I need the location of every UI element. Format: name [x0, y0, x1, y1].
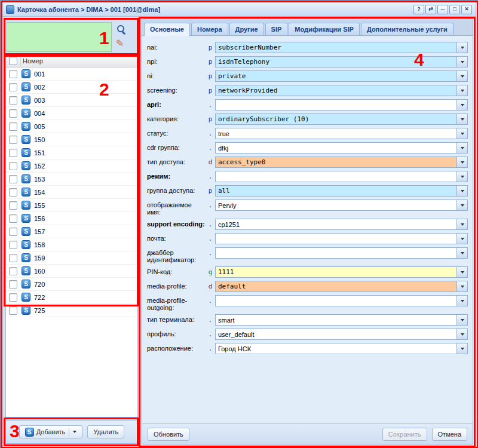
- row-checkbox[interactable]: [9, 267, 17, 275]
- number-row[interactable]: S153: [6, 173, 137, 186]
- dropdown-trigger-icon[interactable]: [456, 296, 467, 306]
- number-row[interactable]: S725: [6, 304, 137, 317]
- number-row[interactable]: S155: [6, 199, 137, 212]
- combobox-field[interactable]: 1111: [215, 266, 468, 278]
- combobox-field[interactable]: isdnTelephony: [215, 56, 468, 67]
- number-row[interactable]: S720: [6, 278, 137, 291]
- refresh-button[interactable]: Обновить: [148, 428, 189, 441]
- row-checkbox[interactable]: [9, 306, 17, 315]
- combobox-field[interactable]: [215, 171, 468, 182]
- combobox-field[interactable]: subscriberNumber: [215, 42, 468, 53]
- combobox-field[interactable]: default: [215, 281, 468, 292]
- number-row[interactable]: S158: [6, 238, 137, 251]
- combobox-field[interactable]: ordinarySubscriber (10): [215, 113, 468, 125]
- window-titlebar[interactable]: Карточка абонента > DIMA > 001 [001@dima…: [2, 2, 476, 17]
- number-row[interactable]: S005: [6, 120, 137, 133]
- number-row[interactable]: S152: [6, 159, 137, 173]
- number-row[interactable]: S154: [6, 186, 137, 199]
- dropdown-trigger-icon[interactable]: [456, 248, 467, 258]
- dropdown-trigger-icon[interactable]: [456, 343, 467, 354]
- dropdown-trigger-icon[interactable]: [456, 329, 467, 339]
- row-checkbox[interactable]: [9, 70, 17, 78]
- combobox-field[interactable]: cp1251: [215, 219, 468, 230]
- row-checkbox[interactable]: [9, 109, 17, 118]
- tab-sip-modifications[interactable]: Модификации SIP: [289, 23, 360, 35]
- number-row[interactable]: S150: [6, 133, 137, 146]
- combobox-field[interactable]: private: [215, 70, 468, 82]
- row-checkbox[interactable]: [9, 83, 17, 91]
- number-row[interactable]: S151: [6, 146, 137, 159]
- delete-button[interactable]: Удалить: [87, 425, 124, 438]
- combobox-field[interactable]: [215, 233, 468, 244]
- close-icon[interactable]: ✕: [461, 5, 472, 14]
- add-button[interactable]: S Добавить: [19, 425, 83, 438]
- edit-pencil-icon[interactable]: ✎: [116, 39, 124, 48]
- number-column-header[interactable]: Номер: [21, 57, 43, 65]
- combobox-field[interactable]: [215, 295, 468, 306]
- combobox-field[interactable]: smart: [215, 314, 468, 326]
- number-row[interactable]: S002: [6, 81, 137, 94]
- select-all-checkbox[interactable]: [9, 57, 17, 65]
- dropdown-arrow-icon[interactable]: [73, 431, 76, 433]
- combobox-field[interactable]: user_default: [215, 329, 468, 340]
- dropdown-trigger-icon[interactable]: [456, 100, 467, 110]
- dropdown-trigger-icon[interactable]: [456, 128, 467, 139]
- row-checkbox[interactable]: [9, 201, 17, 210]
- dropdown-trigger-icon[interactable]: [456, 71, 467, 81]
- help-icon[interactable]: ?: [413, 5, 424, 14]
- cancel-button[interactable]: Отмена: [432, 428, 467, 441]
- row-checkbox[interactable]: [9, 175, 17, 183]
- dropdown-trigger-icon[interactable]: [456, 281, 467, 291]
- dropdown-trigger-icon[interactable]: [456, 219, 467, 229]
- row-checkbox[interactable]: [9, 122, 17, 131]
- combobox-field[interactable]: Perviy: [215, 200, 468, 211]
- combobox-field[interactable]: dfkj: [215, 142, 468, 154]
- row-checkbox[interactable]: [9, 162, 17, 170]
- refresh-icon[interactable]: ⇄: [425, 5, 436, 14]
- row-checkbox[interactable]: [9, 96, 17, 105]
- tab-main[interactable]: Основные: [144, 23, 190, 36]
- minimize-icon[interactable]: ─: [437, 5, 448, 14]
- dropdown-trigger-icon[interactable]: [456, 85, 467, 96]
- row-checkbox[interactable]: [9, 280, 17, 289]
- dropdown-trigger-icon[interactable]: [456, 315, 467, 325]
- number-row[interactable]: S722: [6, 291, 137, 304]
- number-row[interactable]: S159: [6, 251, 137, 265]
- tab-numbers[interactable]: Номера: [191, 23, 228, 35]
- dropdown-trigger-icon[interactable]: [456, 234, 467, 244]
- dropdown-trigger-icon[interactable]: [456, 57, 467, 67]
- row-checkbox[interactable]: [9, 214, 17, 223]
- dropdown-trigger-icon[interactable]: [456, 157, 467, 167]
- tab-sip[interactable]: SIP: [265, 23, 288, 35]
- dropdown-trigger-icon[interactable]: [456, 200, 467, 210]
- row-checkbox[interactable]: [9, 188, 17, 197]
- row-checkbox[interactable]: [9, 293, 17, 302]
- number-row[interactable]: S001: [6, 67, 137, 81]
- row-checkbox[interactable]: [9, 228, 17, 236]
- dropdown-trigger-icon[interactable]: [456, 114, 467, 124]
- row-checkbox[interactable]: [9, 241, 17, 249]
- dropdown-trigger-icon[interactable]: [456, 267, 467, 277]
- combobox-field[interactable]: [215, 247, 468, 259]
- combobox-field[interactable]: [215, 99, 468, 111]
- combobox-field[interactable]: networkProvided: [215, 85, 468, 96]
- number-row[interactable]: S157: [6, 225, 137, 238]
- row-checkbox[interactable]: [9, 149, 17, 157]
- save-button[interactable]: Сохранить: [382, 428, 427, 441]
- tab-other[interactable]: Другие: [229, 23, 264, 35]
- dropdown-trigger-icon[interactable]: [456, 42, 467, 53]
- number-row[interactable]: S160: [6, 265, 137, 278]
- dropdown-trigger-icon[interactable]: [456, 171, 467, 182]
- combobox-field[interactable]: all: [215, 185, 468, 197]
- dropdown-trigger-icon[interactable]: [456, 186, 467, 196]
- combobox-field[interactable]: Город НСК: [215, 343, 468, 354]
- row-checkbox[interactable]: [9, 136, 17, 144]
- search-icon[interactable]: [117, 24, 127, 35]
- combobox-field[interactable]: true: [215, 128, 468, 139]
- maximize-icon[interactable]: □: [449, 5, 460, 14]
- dropdown-trigger-icon[interactable]: [456, 143, 467, 153]
- combobox-field[interactable]: access_type0: [215, 157, 468, 168]
- number-row[interactable]: S004: [6, 107, 137, 120]
- tab-additional-services[interactable]: Дополнительные услуги: [361, 23, 454, 35]
- number-row[interactable]: S156: [6, 212, 137, 225]
